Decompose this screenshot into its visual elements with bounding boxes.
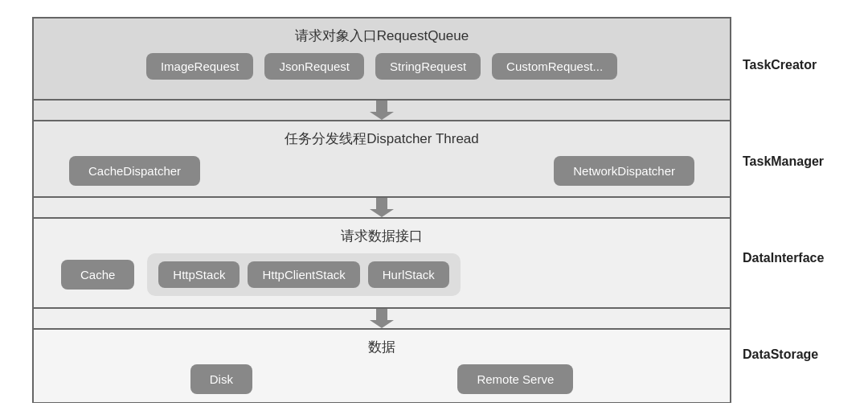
layer-data-storage: 数据 Disk Remote Serve (34, 330, 730, 402)
data-storage-title: 数据 (368, 338, 395, 356)
data-interface-items: Cache HttpStack HttpClientStack HurlStac… (45, 253, 719, 296)
svg-marker-1 (370, 198, 394, 217)
arrow-down-icon-1 (370, 101, 394, 120)
layer-dispatcher: 任务分发线程Dispatcher Thread CacheDispatcher … (34, 121, 730, 198)
pill-disk: Disk (190, 364, 252, 394)
request-queue-items: ImageRequest JsonRequest StringRequest C… (45, 53, 719, 80)
diagram-wrapper: 请求对象入口RequestQueue ImageRequest JsonRequ… (32, 17, 836, 403)
pill-image-request: ImageRequest (146, 53, 254, 80)
arrow-1 (34, 101, 730, 121)
pill-hurl-stack: HurlStack (368, 261, 449, 288)
pill-string-request: StringRequest (375, 53, 481, 80)
dispatcher-items: CacheDispatcher NetworkDispatcher (45, 156, 719, 186)
pill-cache-dispatcher: CacheDispatcher (69, 156, 200, 186)
inner-stack-box: HttpStack HttpClientStack HurlStack (147, 253, 460, 296)
layer-data-interface: 请求数据接口 Cache HttpStack HttpClientStack H… (34, 219, 730, 309)
arrow-2 (34, 198, 730, 219)
pill-remote-serve: Remote Serve (457, 364, 573, 394)
arrow-down-icon-2 (370, 198, 394, 217)
pill-custom-request: CustomRequest... (492, 53, 617, 80)
dispatcher-title: 任务分发线程Dispatcher Thread (285, 129, 479, 148)
label-task-creator: TaskCreator (743, 58, 836, 72)
pill-http-client-stack: HttpClientStack (248, 261, 359, 288)
svg-marker-2 (370, 309, 394, 328)
data-storage-items: Disk Remote Serve (45, 364, 719, 394)
request-queue-title: 请求对象入口RequestQueue (295, 27, 469, 45)
label-data-storage: DataStorage (743, 347, 836, 362)
pill-json-request: JsonRequest (264, 53, 364, 80)
pill-network-dispatcher: NetworkDispatcher (554, 156, 694, 186)
label-data-interface: DataInterface (743, 251, 836, 265)
pill-http-stack: HttpStack (158, 261, 240, 288)
svg-marker-0 (370, 101, 394, 120)
layer-request-queue: 请求对象入口RequestQueue ImageRequest JsonRequ… (34, 18, 730, 101)
right-labels: TaskCreator TaskManager DataInterface Da… (731, 17, 836, 403)
data-interface-title: 请求数据接口 (341, 227, 423, 245)
pill-cache: Cache (61, 260, 134, 290)
arrow-3 (34, 309, 730, 330)
diagram-main: 请求对象入口RequestQueue ImageRequest JsonRequ… (32, 17, 731, 403)
label-task-manager: TaskManager (743, 154, 836, 169)
arrow-down-icon-3 (370, 309, 394, 328)
